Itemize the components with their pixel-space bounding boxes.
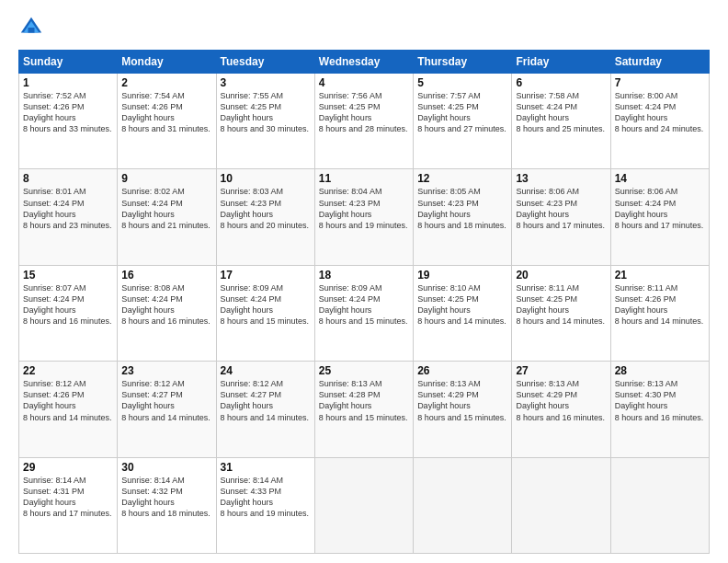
calendar-cell: 12Sunrise: 8:05 AMSunset: 4:23 PMDayligh… — [414, 169, 512, 265]
week-row-1: 1Sunrise: 7:52 AMSunset: 4:26 PMDaylight… — [19, 74, 710, 169]
header — [18, 15, 710, 40]
svg-rect-2 — [28, 28, 35, 33]
weekday-header-monday: Monday — [118, 51, 216, 74]
day-info: Sunrise: 8:09 AMSunset: 4:24 PMDaylight … — [319, 282, 409, 327]
day-info: Sunrise: 8:05 AMSunset: 4:23 PMDaylight … — [417, 186, 507, 231]
day-number: 20 — [516, 269, 606, 282]
calendar-cell — [414, 457, 512, 553]
weekday-header-wednesday: Wednesday — [314, 51, 413, 74]
day-number: 11 — [319, 172, 409, 185]
day-info: Sunrise: 8:14 AMSunset: 4:33 PMDaylight … — [221, 475, 311, 520]
week-row-5: 29Sunrise: 8:14 AMSunset: 4:31 PMDayligh… — [19, 457, 710, 553]
calendar-cell: 22Sunrise: 8:12 AMSunset: 4:26 PMDayligh… — [19, 362, 118, 457]
calendar-cell: 28Sunrise: 8:13 AMSunset: 4:30 PMDayligh… — [610, 362, 709, 457]
day-info: Sunrise: 7:55 AMSunset: 4:25 PMDaylight … — [221, 90, 311, 135]
calendar-cell: 3Sunrise: 7:55 AMSunset: 4:25 PMDaylight… — [216, 74, 314, 169]
day-info: Sunrise: 8:06 AMSunset: 4:23 PMDaylight … — [516, 186, 606, 231]
day-number: 3 — [221, 76, 311, 89]
day-number: 31 — [221, 461, 311, 474]
calendar: SundayMondayTuesdayWednesdayThursdayFrid… — [18, 50, 710, 554]
calendar-cell: 25Sunrise: 8:13 AMSunset: 4:28 PMDayligh… — [314, 362, 413, 457]
day-info: Sunrise: 8:03 AMSunset: 4:23 PMDaylight … — [221, 186, 311, 231]
calendar-cell — [512, 457, 610, 553]
day-number: 22 — [23, 364, 113, 377]
day-number: 27 — [516, 364, 606, 377]
day-number: 28 — [615, 364, 705, 377]
day-number: 6 — [516, 76, 606, 89]
calendar-cell: 13Sunrise: 8:06 AMSunset: 4:23 PMDayligh… — [512, 169, 610, 265]
calendar-cell: 11Sunrise: 8:04 AMSunset: 4:23 PMDayligh… — [314, 169, 413, 265]
calendar-cell: 17Sunrise: 8:09 AMSunset: 4:24 PMDayligh… — [216, 265, 314, 361]
day-number: 4 — [319, 76, 409, 89]
calendar-cell: 10Sunrise: 8:03 AMSunset: 4:23 PMDayligh… — [216, 169, 314, 265]
day-info: Sunrise: 7:54 AMSunset: 4:26 PMDaylight … — [121, 90, 211, 135]
calendar-cell — [314, 457, 413, 553]
day-info: Sunrise: 8:09 AMSunset: 4:24 PMDaylight … — [221, 282, 311, 327]
day-number: 30 — [121, 461, 211, 474]
day-number: 14 — [615, 172, 705, 185]
day-info: Sunrise: 8:10 AMSunset: 4:25 PMDaylight … — [417, 282, 507, 327]
calendar-cell: 16Sunrise: 8:08 AMSunset: 4:24 PMDayligh… — [118, 265, 216, 361]
calendar-cell: 30Sunrise: 8:14 AMSunset: 4:32 PMDayligh… — [118, 457, 216, 553]
calendar-cell: 20Sunrise: 8:11 AMSunset: 4:25 PMDayligh… — [512, 265, 610, 361]
logo — [18, 15, 48, 40]
day-info: Sunrise: 7:56 AMSunset: 4:25 PMDaylight … — [319, 90, 409, 135]
day-number: 1 — [23, 76, 113, 89]
weekday-header-thursday: Thursday — [414, 51, 512, 74]
calendar-cell — [610, 457, 709, 553]
calendar-cell: 4Sunrise: 7:56 AMSunset: 4:25 PMDaylight… — [314, 74, 413, 169]
day-number: 5 — [417, 76, 507, 89]
calendar-cell: 23Sunrise: 8:12 AMSunset: 4:27 PMDayligh… — [118, 362, 216, 457]
day-info: Sunrise: 8:14 AMSunset: 4:31 PMDaylight … — [23, 475, 113, 520]
week-row-3: 15Sunrise: 8:07 AMSunset: 4:24 PMDayligh… — [19, 265, 710, 361]
day-info: Sunrise: 8:11 AMSunset: 4:26 PMDaylight … — [615, 282, 705, 327]
calendar-cell: 24Sunrise: 8:12 AMSunset: 4:27 PMDayligh… — [216, 362, 314, 457]
week-row-4: 22Sunrise: 8:12 AMSunset: 4:26 PMDayligh… — [19, 362, 710, 457]
calendar-cell: 9Sunrise: 8:02 AMSunset: 4:24 PMDaylight… — [118, 169, 216, 265]
calendar-cell: 1Sunrise: 7:52 AMSunset: 4:26 PMDaylight… — [19, 74, 118, 169]
calendar-cell: 21Sunrise: 8:11 AMSunset: 4:26 PMDayligh… — [610, 265, 709, 361]
calendar-cell: 6Sunrise: 7:58 AMSunset: 4:24 PMDaylight… — [512, 74, 610, 169]
day-number: 13 — [516, 172, 606, 185]
day-number: 9 — [121, 172, 211, 185]
week-row-2: 8Sunrise: 8:01 AMSunset: 4:24 PMDaylight… — [19, 169, 710, 265]
day-info: Sunrise: 8:01 AMSunset: 4:24 PMDaylight … — [23, 186, 113, 231]
day-info: Sunrise: 8:12 AMSunset: 4:26 PMDaylight … — [23, 378, 113, 423]
day-number: 10 — [221, 172, 311, 185]
day-number: 23 — [121, 364, 211, 377]
calendar-cell: 18Sunrise: 8:09 AMSunset: 4:24 PMDayligh… — [314, 265, 413, 361]
day-info: Sunrise: 8:04 AMSunset: 4:23 PMDaylight … — [319, 186, 409, 231]
day-info: Sunrise: 8:11 AMSunset: 4:25 PMDaylight … — [516, 282, 606, 327]
day-info: Sunrise: 8:12 AMSunset: 4:27 PMDaylight … — [221, 378, 311, 423]
logo-icon — [18, 15, 44, 40]
day-info: Sunrise: 8:13 AMSunset: 4:29 PMDaylight … — [516, 378, 606, 423]
day-number: 29 — [23, 461, 113, 474]
day-info: Sunrise: 8:13 AMSunset: 4:29 PMDaylight … — [417, 378, 507, 423]
day-number: 18 — [319, 269, 409, 282]
calendar-cell: 27Sunrise: 8:13 AMSunset: 4:29 PMDayligh… — [512, 362, 610, 457]
calendar-cell: 2Sunrise: 7:54 AMSunset: 4:26 PMDaylight… — [118, 74, 216, 169]
day-number: 17 — [221, 269, 311, 282]
calendar-cell: 15Sunrise: 8:07 AMSunset: 4:24 PMDayligh… — [19, 265, 118, 361]
weekday-header-row: SundayMondayTuesdayWednesdayThursdayFrid… — [19, 51, 710, 74]
day-info: Sunrise: 8:13 AMSunset: 4:28 PMDaylight … — [319, 378, 409, 423]
calendar-cell: 14Sunrise: 8:06 AMSunset: 4:24 PMDayligh… — [610, 169, 709, 265]
day-info: Sunrise: 7:58 AMSunset: 4:24 PMDaylight … — [516, 90, 606, 135]
weekday-header-friday: Friday — [512, 51, 610, 74]
day-number: 12 — [417, 172, 507, 185]
calendar-cell: 8Sunrise: 8:01 AMSunset: 4:24 PMDaylight… — [19, 169, 118, 265]
day-number: 21 — [615, 269, 705, 282]
day-number: 15 — [23, 269, 113, 282]
page: SundayMondayTuesdayWednesdayThursdayFrid… — [0, 0, 728, 563]
calendar-cell: 29Sunrise: 8:14 AMSunset: 4:31 PMDayligh… — [19, 457, 118, 553]
day-info: Sunrise: 7:52 AMSunset: 4:26 PMDaylight … — [23, 90, 113, 135]
day-number: 19 — [417, 269, 507, 282]
weekday-header-tuesday: Tuesday — [216, 51, 314, 74]
day-number: 16 — [121, 269, 211, 282]
calendar-cell: 5Sunrise: 7:57 AMSunset: 4:25 PMDaylight… — [414, 74, 512, 169]
calendar-cell: 19Sunrise: 8:10 AMSunset: 4:25 PMDayligh… — [414, 265, 512, 361]
day-info: Sunrise: 7:57 AMSunset: 4:25 PMDaylight … — [417, 90, 507, 135]
day-info: Sunrise: 8:00 AMSunset: 4:24 PMDaylight … — [615, 90, 705, 135]
day-info: Sunrise: 8:07 AMSunset: 4:24 PMDaylight … — [23, 282, 113, 327]
day-number: 25 — [319, 364, 409, 377]
